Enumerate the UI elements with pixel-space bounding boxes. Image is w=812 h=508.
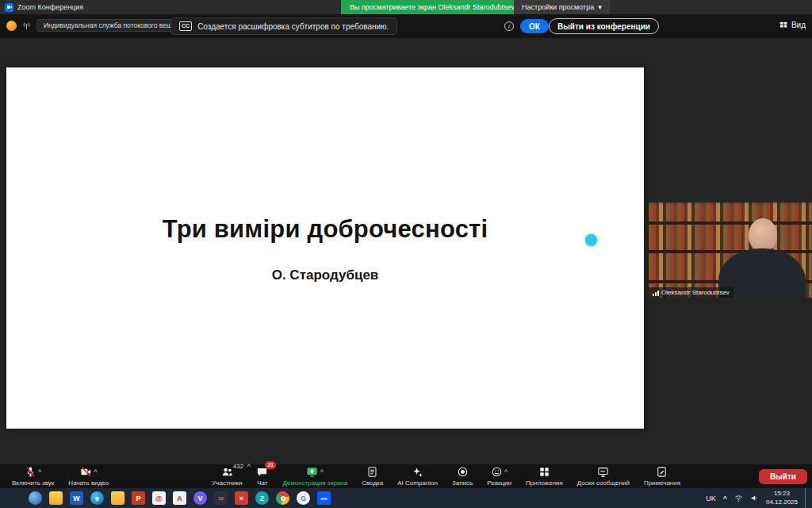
taskbar-icon-app-x[interactable]: × [235, 491, 248, 505]
chevron-up-icon[interactable]: ^ [94, 468, 98, 475]
toolbar-screen-share-button[interactable]: ^ Демонстрация экрана [275, 464, 354, 488]
zoom-logo-icon [5, 3, 13, 12]
chevron-up-icon[interactable]: ^ [320, 468, 324, 475]
viewing-screen-banner: Вы просматриваете экран Oleksandr Starod… [341, 0, 523, 14]
toolbar-whiteboards-button[interactable]: Доски сообщений [570, 464, 637, 488]
leave-meeting-button[interactable]: Выйти из конференции [549, 18, 659, 34]
participant-person [725, 218, 807, 298]
taskbar-icon-zoom[interactable]: zm [317, 491, 331, 505]
taskbar-icon-mail[interactable]: @ [152, 491, 166, 505]
grid-view-icon [779, 20, 788, 29]
view-settings-button[interactable]: Настройки просмотра ▾ [514, 0, 610, 14]
taskbar-icon-folder[interactable] [111, 491, 124, 505]
chevron-down-icon: ▾ [598, 3, 602, 11]
document-icon [366, 466, 378, 478]
tray-time: 15:23 [766, 490, 798, 498]
cc-icon: CC [179, 21, 192, 31]
zoom-toolbar: ^ Включить звук ^ Начать видео 432 ^ Уча… [0, 464, 812, 488]
notes-icon [656, 466, 668, 478]
taskbar-icon-start[interactable] [8, 491, 21, 505]
streaming-status-icon [6, 21, 17, 31]
windows-taskbar: WeP@AV12×ZGzm UK ^ 15:23 04.12.2025 [0, 488, 812, 508]
taskbar-icon-app-teal[interactable]: Z [255, 491, 269, 505]
shared-screen-stage: Три виміри доброчесності О. Стародубцев … [0, 38, 812, 464]
taskbar-icon-powerpoint[interactable]: P [132, 491, 145, 505]
meeting-notification-bar: Индивидуальная служба потокового вещания… [0, 14, 812, 38]
info-icon[interactable]: i [504, 21, 514, 31]
participant-name: Oleksandr Starodubtsev [661, 289, 730, 296]
whiteboard-icon [597, 466, 609, 478]
leave-button[interactable]: Выйти [759, 469, 807, 484]
toolbar-reactions-button[interactable]: ^ Реакции [480, 464, 519, 488]
show-desktop-button[interactable] [805, 488, 809, 508]
toolbar-notes-button[interactable]: Примечания [637, 464, 688, 488]
window-title-bar: Zoom Конференция Вы просматриваете экран… [0, 0, 812, 14]
taskbar-icon-word[interactable]: W [70, 491, 83, 505]
volume-icon[interactable] [750, 494, 759, 502]
toolbar-ai-companion-button[interactable]: AI Companion [390, 464, 445, 488]
network-icon[interactable] [734, 494, 743, 502]
annotation-cursor-dot [585, 234, 597, 246]
presentation-slide: Три виміри доброчесності О. Стародубцев [6, 67, 644, 429]
taskbar-icon-google[interactable]: G [297, 491, 310, 505]
chevron-up-icon[interactable]: ^ [504, 468, 508, 475]
toolbar-participants-button[interactable]: 432 ^ Участники [205, 464, 249, 488]
toolbar-mute-button[interactable]: ^ Включить звук [5, 464, 61, 488]
broadcast-icon [21, 21, 32, 31]
toolbar-summary-button[interactable]: Сводка [354, 464, 390, 488]
toolbar-apps-button[interactable]: Приложения [519, 464, 570, 488]
record-icon [457, 466, 469, 478]
mic-level-icon [653, 290, 659, 296]
mic-off-icon [25, 466, 36, 478]
screen-share-icon [306, 466, 318, 478]
tray-date: 04.12.2025 [766, 498, 798, 506]
system-tray: UK ^ 15:23 04.12.2025 [706, 488, 809, 508]
taskbar-icon-file-explorer[interactable] [49, 491, 63, 505]
chevron-up-icon[interactable]: ^ [38, 468, 42, 475]
language-indicator[interactable]: UK [706, 495, 716, 502]
app-identity: Zoom Конференция [0, 3, 83, 12]
slide-title: Три виміри доброчесності [6, 215, 644, 244]
taskbar-icon-viber[interactable]: V [193, 491, 207, 505]
participant-name-tag: Oleksandr Starodubtsev [649, 287, 733, 298]
taskbar-icon-search[interactable] [29, 491, 42, 505]
taskbar-icon-chrome[interactable] [276, 491, 289, 505]
taskbar-icon-acrobat[interactable]: A [173, 491, 186, 505]
smiley-icon [491, 466, 503, 478]
taskbar-icon-edge[interactable]: e [90, 491, 104, 505]
ok-button[interactable]: ОК [520, 19, 549, 33]
chat-unread-badge: 21 [265, 461, 276, 469]
participants-count: 432 [233, 463, 243, 470]
taskbar-clock[interactable]: 15:23 04.12.2025 [766, 490, 798, 506]
captions-pill: CC Создается расшифровка субтитров по тр… [170, 17, 397, 35]
view-button[interactable]: Вид [779, 20, 806, 29]
sparkles-icon [412, 466, 423, 478]
taskbar-icon-calendar[interactable]: 12 [214, 491, 228, 505]
taskbar-apps: WeP@AV12×ZGzm [8, 491, 331, 505]
app-title: Zoom Конференция [17, 3, 83, 11]
apps-grid-icon [538, 466, 550, 478]
video-off-icon [80, 466, 92, 478]
live-stream-group: Индивидуальная служба потокового вещания [6, 19, 194, 32]
toolbar-record-button[interactable]: Запись [445, 464, 480, 488]
toolbar-start-video-button[interactable]: ^ Начать видео [61, 464, 116, 488]
participant-video-tile[interactable]: Oleksandr Starodubtsev [649, 202, 812, 298]
hidden-icons-chevron[interactable]: ^ [723, 495, 727, 502]
captions-message: Создается расшифровка субтитров по требо… [197, 22, 389, 31]
participants-icon [221, 466, 233, 478]
toolbar-chat-button[interactable]: 21 Чат [249, 464, 275, 488]
slide-subtitle: О. Стародубцев [6, 267, 644, 283]
